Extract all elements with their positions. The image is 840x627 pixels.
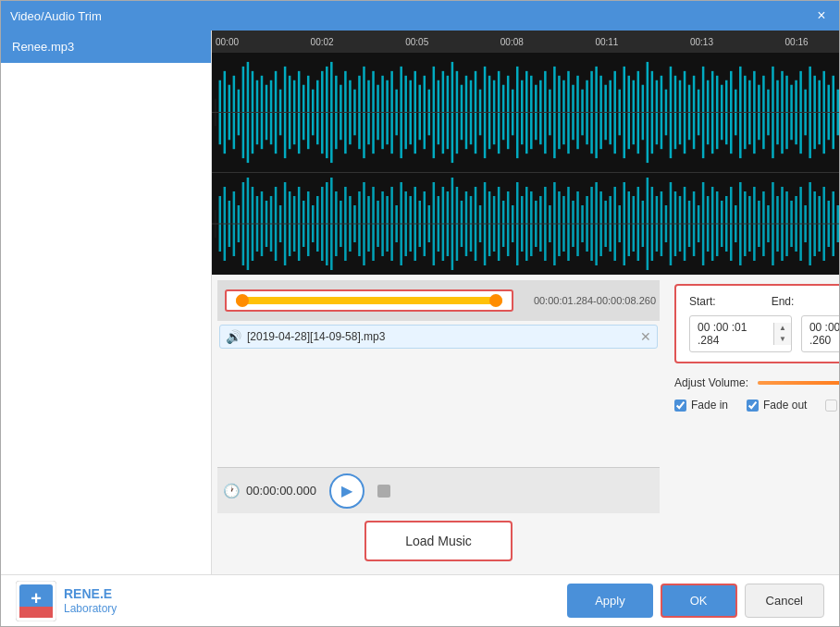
right-bottom: Start: End: 00 :00 :01 .284 ▲ ▼ bbox=[665, 275, 839, 574]
cancel-button[interactable]: Cancel bbox=[745, 584, 824, 618]
repeat-music-checkbox[interactable]: Repeat music bbox=[825, 399, 839, 412]
playback-bar: 🕐 00:00:00.000 ▶ bbox=[217, 467, 660, 513]
timeline-mark-3: 00:08 bbox=[500, 37, 524, 47]
stop-button[interactable] bbox=[377, 485, 390, 498]
timeline: 00:00 00:02 00:05 00:08 00:11 00:13 00:1… bbox=[212, 31, 839, 53]
window-title: Video/Audio Trim bbox=[10, 9, 102, 23]
trim-track[interactable] bbox=[236, 297, 502, 304]
waveform-channel-2 bbox=[212, 173, 839, 275]
start-label: Start: bbox=[689, 295, 716, 308]
start-time-value: 00 :00 :01 .284 bbox=[690, 316, 773, 351]
file-row: 🔊 [2019-04-28][14-09-58].mp3 ✕ bbox=[219, 325, 658, 349]
waveform-channel-1 bbox=[212, 53, 839, 173]
trim-handle-right[interactable] bbox=[489, 294, 502, 307]
timeline-mark-0: 00:00 bbox=[216, 37, 239, 47]
main-content: Renee.mp3 00:00 00:02 00:05 00:08 00:11 … bbox=[1, 31, 839, 574]
timeline-mark-4: 00:11 bbox=[595, 37, 618, 47]
sidebar: Renee.mp3 bbox=[1, 31, 212, 574]
footer-logo: + RENE.E Laboratory bbox=[16, 581, 117, 621]
timeline-mark-5: 00:13 bbox=[690, 37, 713, 47]
end-time-spinbox[interactable]: 00 :00 :08 .260 ▲ ▼ bbox=[801, 315, 839, 352]
right-area: 00:00 00:02 00:05 00:08 00:11 00:13 00:1… bbox=[212, 31, 839, 574]
volume-row: Adjust Volume: 100% bbox=[674, 376, 839, 389]
fade-out-input[interactable] bbox=[747, 400, 759, 412]
fade-out-label: Fade out bbox=[763, 399, 807, 412]
waveform-svg-2 bbox=[212, 173, 839, 275]
start-time-down[interactable]: ▼ bbox=[774, 334, 791, 345]
volume-label: Adjust Volume: bbox=[674, 376, 748, 389]
logo-line2: Laboratory bbox=[64, 602, 117, 615]
trim-time-label: 00:00:01.284-00:00:08.260 bbox=[534, 295, 656, 306]
footer-buttons: Apply OK Cancel bbox=[567, 584, 824, 618]
play-button[interactable]: ▶ bbox=[329, 473, 364, 509]
repeat-music-input[interactable] bbox=[825, 400, 837, 412]
checkboxes-row: Fade in Fade out Repeat music bbox=[674, 399, 839, 412]
track-close-icon[interactable]: ✕ bbox=[640, 329, 651, 344]
audio-icon: 🔊 bbox=[226, 329, 241, 344]
left-bottom: 00:00:01.284-00:00:08.260 🔊 [2019-04-28]… bbox=[212, 275, 665, 574]
titlebar: Video/Audio Trim × bbox=[1, 1, 839, 31]
sidebar-item-renee[interactable]: Renee.mp3 bbox=[1, 31, 211, 63]
timeline-mark-6: 00:16 bbox=[785, 37, 809, 47]
logo-line1: RENE.E bbox=[64, 586, 117, 602]
timeline-marks: 00:00 00:02 00:05 00:08 00:11 00:13 00:1… bbox=[216, 37, 839, 47]
timeline-mark-2: 00:05 bbox=[405, 37, 428, 47]
track-name: [2019-04-28][14-09-58].mp3 bbox=[247, 330, 635, 343]
footer: + RENE.E Laboratory Apply OK Cancel bbox=[1, 574, 839, 626]
load-music-button[interactable]: Load Music bbox=[364, 521, 513, 561]
time-display: 🕐 00:00:00.000 bbox=[223, 483, 316, 499]
bottom-area: 00:00:01.284-00:00:08.260 🔊 [2019-04-28]… bbox=[212, 275, 839, 574]
main-window: Video/Audio Trim × Renee.mp3 00:00 00:02… bbox=[0, 0, 840, 627]
fade-in-label: Fade in bbox=[691, 399, 728, 412]
trim-handle-left[interactable] bbox=[236, 294, 249, 307]
end-label: End: bbox=[772, 295, 795, 308]
fade-out-checkbox[interactable]: Fade out bbox=[747, 399, 807, 412]
logo-icon: + bbox=[16, 581, 56, 621]
timeline-mark-1: 00:02 bbox=[311, 37, 334, 47]
volume-slider[interactable] bbox=[758, 381, 839, 385]
clock-icon: 🕐 bbox=[223, 483, 241, 499]
fade-in-checkbox[interactable]: Fade in bbox=[674, 399, 728, 412]
waveform-area: 00:00 00:02 00:05 00:08 00:11 00:13 00:1… bbox=[212, 31, 839, 275]
close-button[interactable]: × bbox=[813, 7, 830, 24]
volume-fill bbox=[758, 381, 839, 385]
logo-text: RENE.E Laboratory bbox=[64, 586, 117, 615]
fade-in-input[interactable] bbox=[674, 400, 686, 412]
trim-row: 00:00:01.284-00:00:08.260 bbox=[217, 280, 660, 321]
end-time-value: 00 :00 :08 .260 bbox=[802, 316, 839, 351]
svg-text:+: + bbox=[31, 588, 42, 609]
sidebar-item-label: Renee.mp3 bbox=[12, 40, 74, 54]
ok-button[interactable]: OK bbox=[661, 584, 737, 618]
waveform-svg-1 bbox=[212, 53, 839, 172]
playback-time: 00:00:00.000 bbox=[246, 484, 316, 498]
start-time-spinbox[interactable]: 00 :00 :01 .284 ▲ ▼ bbox=[689, 315, 792, 352]
trim-slider[interactable] bbox=[225, 289, 513, 312]
svg-rect-347 bbox=[19, 607, 53, 618]
start-end-box: Start: End: 00 :00 :01 .284 ▲ ▼ bbox=[674, 284, 839, 363]
apply-button[interactable]: Apply bbox=[567, 584, 653, 618]
start-time-up[interactable]: ▲ bbox=[774, 323, 791, 334]
